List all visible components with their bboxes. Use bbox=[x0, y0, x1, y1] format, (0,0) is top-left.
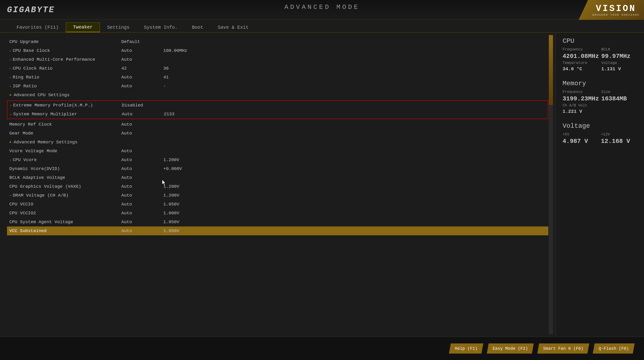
value2-cpu-clock-ratio: 36 bbox=[163, 66, 169, 71]
top-bar: GIGABYTE ADVANCED MODE 02/18/2022 Friday… bbox=[0, 0, 644, 20]
value-xmp: Disabled bbox=[122, 103, 150, 108]
star-icon-2: ✦ bbox=[9, 58, 11, 62]
label-cpu-vcore: ✦CPU Vcore bbox=[9, 157, 121, 163]
row-dynamic-vcore[interactable]: Dynamic Vcore(DVID) Auto +0.000V bbox=[7, 164, 548, 173]
settings-panel: CPU Upgrade Default ✦CPU Base Clock Auto… bbox=[0, 33, 555, 337]
nav-tabs: Favorites (F11) Tweaker Settings System … bbox=[0, 20, 644, 33]
mem-chavolt-label: Ch A/B Volt bbox=[562, 103, 637, 108]
label-cpu-upgrade: CPU Upgrade bbox=[9, 39, 121, 44]
value-cpu-base-clock: Auto bbox=[121, 48, 149, 53]
label-cpu-vccio2: CPU VCCIO2 bbox=[9, 211, 121, 216]
row-cpu-vcore[interactable]: ✦CPU Vcore Auto 1.200V bbox=[7, 156, 548, 164]
cpu-info-section: CPU Frequency BCLK 4201.08MHz 99.97MHz T… bbox=[562, 37, 637, 72]
easy-mode-button[interactable]: Easy Mode (F2) bbox=[487, 343, 534, 354]
cpu-info-grid: Frequency BCLK 4201.08MHz 99.97MHz Tempe… bbox=[562, 47, 637, 72]
value2-dynamic-vcore: +0.000V bbox=[163, 166, 182, 171]
label-xmp: ✦Extreme Memory Profile(X.M.P.) bbox=[10, 103, 122, 108]
value2-cpu-vccio2: 1.000V bbox=[163, 211, 179, 216]
mem-chavolt-value: 1.221 V bbox=[562, 109, 637, 114]
star-icon-9: ✦ bbox=[9, 194, 11, 197]
value-vcore-mode: Auto bbox=[121, 149, 149, 154]
label-igp-ratio: ✦IGP Ratio bbox=[9, 84, 121, 89]
row-dram-voltage[interactable]: ✦DRAM Voltage (CH A/B) Auto 1.200V bbox=[7, 191, 548, 200]
cpu-freq-label: Frequency bbox=[562, 47, 599, 52]
row-ring-ratio[interactable]: ✦Ring Ratio Auto 41 bbox=[7, 73, 548, 82]
scrollbar-track[interactable] bbox=[549, 35, 553, 334]
value2-cpu-base-clock: 100.00MHz bbox=[163, 48, 187, 53]
value2-vcc-substained: 1.050V bbox=[163, 228, 179, 233]
row-bclk-adaptive[interactable]: BCLK Adaptive Voltage Auto bbox=[7, 173, 548, 182]
value2-dram-voltage: 1.200V bbox=[163, 193, 179, 198]
value-cpu-vcore: Auto bbox=[121, 157, 149, 163]
scrollbar-thumb[interactable] bbox=[549, 35, 553, 105]
tab-boot[interactable]: Boot bbox=[185, 23, 210, 32]
row-gear-mode[interactable]: Gear Mode Auto bbox=[7, 129, 548, 138]
value2-cpu-vccio: 1.050V bbox=[163, 202, 179, 207]
label-vcore-mode: Vcore Voltage Mode bbox=[9, 149, 121, 154]
row-cpu-system-agent[interactable]: CPU System Agent Voltage Auto 1.050V bbox=[7, 218, 548, 226]
row-mem-ref-clock[interactable]: Memory Ref Clock Auto bbox=[7, 120, 548, 129]
row-xmp[interactable]: ✦Extreme Memory Profile(X.M.P.) Disabled bbox=[8, 101, 548, 110]
row-enhanced-multicore[interactable]: ✦Enhanced Multi-Core Performance Auto bbox=[7, 55, 548, 64]
v5-value: 4.987 V bbox=[562, 138, 599, 145]
row-vcc-substained[interactable]: VCC Substained Auto 1.050V bbox=[7, 226, 548, 235]
bottom-bar: Help (F1) Easy Mode (F2) Smart Fan 6 (F6… bbox=[0, 337, 644, 360]
tab-favorites[interactable]: Favorites (F11) bbox=[9, 23, 66, 32]
row-cpu-vccio[interactable]: CPU VCCIO Auto 1.050V bbox=[7, 200, 548, 209]
value2-igp-ratio: - bbox=[163, 84, 166, 89]
mode-title: ADVANCED MODE bbox=[284, 4, 360, 11]
main-content: CPU Upgrade Default ✦CPU Base Clock Auto… bbox=[0, 33, 644, 337]
value-cpu-graphics-voltage: Auto bbox=[121, 184, 149, 189]
cpu-temp-label: Temperature bbox=[562, 61, 599, 65]
mem-freq-label: Frequency bbox=[562, 90, 599, 94]
value-igp-ratio: Auto bbox=[121, 84, 149, 89]
star-icon-4: ✦ bbox=[9, 76, 11, 79]
cpu-bclk-value: 99.97MHz bbox=[601, 53, 637, 60]
value-cpu-vccio2: Auto bbox=[121, 211, 149, 216]
row-cpu-graphics-voltage[interactable]: CPU Graphics Voltage (VAXG) Auto 1.200V bbox=[7, 182, 548, 191]
section-label-advanced-memory: Advanced Memory Settings bbox=[14, 140, 78, 145]
section-label-advanced-cpu: Advanced CPU Settings bbox=[14, 93, 69, 98]
vision-subtitle: BROADEN YOUR HORIZONS bbox=[592, 14, 640, 16]
xmp-box: ✦Extreme Memory Profile(X.M.P.) Disabled… bbox=[7, 100, 548, 119]
row-cpu-vccio2[interactable]: CPU VCCIO2 Auto 1.000V bbox=[7, 209, 548, 218]
row-cpu-base-clock[interactable]: ✦CPU Base Clock Auto 100.00MHz bbox=[7, 46, 548, 55]
tab-settings[interactable]: Settings bbox=[100, 23, 137, 32]
value-dynamic-vcore: Auto bbox=[121, 166, 149, 171]
row-vcore-mode[interactable]: Vcore Voltage Mode Auto bbox=[7, 147, 548, 156]
label-mem-ref-clock: Memory Ref Clock bbox=[9, 122, 121, 127]
star-icon-5: ✦ bbox=[9, 85, 11, 88]
row-mem-multiplier[interactable]: ✦System Memory Multiplier Auto 2133 bbox=[8, 110, 548, 119]
value-mem-multiplier: Auto bbox=[122, 112, 150, 117]
row-igp-ratio[interactable]: ✦IGP Ratio Auto - bbox=[7, 82, 548, 91]
cpu-voltage-label: Voltage bbox=[601, 61, 637, 65]
v12-value: 12.168 V bbox=[601, 138, 637, 145]
qflash-button[interactable]: Q-Flash (F8) bbox=[593, 343, 635, 354]
value-mem-ref-clock: Auto bbox=[121, 122, 149, 127]
value-ring-ratio: Auto bbox=[121, 75, 149, 80]
vision-title: VISION bbox=[596, 4, 636, 14]
vision-logo: VISION BROADEN YOUR HORIZONS bbox=[579, 0, 644, 20]
row-cpu-upgrade[interactable]: CPU Upgrade Default bbox=[7, 37, 548, 46]
tab-saveexit[interactable]: Save & Exit bbox=[210, 23, 256, 32]
value-cpu-upgrade: Default bbox=[121, 39, 149, 44]
help-button[interactable]: Help (F1) bbox=[449, 343, 483, 354]
label-gear-mode: Gear Mode bbox=[9, 131, 121, 136]
label-enhanced-multicore: ✦Enhanced Multi-Core Performance bbox=[9, 57, 121, 62]
value2-ring-ratio: 41 bbox=[163, 75, 169, 80]
smart-fan-button[interactable]: Smart Fan 6 (F6) bbox=[537, 343, 590, 354]
bullet-icon-2: ■ bbox=[9, 140, 11, 144]
value-vcc-substained: Auto bbox=[121, 228, 149, 233]
tab-sysinfo[interactable]: System Info. bbox=[137, 23, 185, 32]
cpu-freq-value: 4201.08MHz bbox=[562, 53, 599, 60]
row-cpu-clock-ratio[interactable]: ✦CPU Clock Ratio 42 36 bbox=[7, 64, 548, 73]
voltage-info-grid: +5V +12V 4.987 V 12.168 V bbox=[562, 132, 637, 145]
voltage-info-section: Voltage +5V +12V 4.987 V 12.168 V bbox=[562, 122, 637, 145]
memory-section-title: Memory bbox=[562, 80, 637, 87]
label-dynamic-vcore: Dynamic Vcore(DVID) bbox=[9, 166, 121, 171]
mem-size-value: 16384MB bbox=[601, 95, 637, 102]
value-bclk-adaptive: Auto bbox=[121, 175, 149, 180]
label-ring-ratio: ✦Ring Ratio bbox=[9, 75, 121, 80]
value-enhanced-multicore: Auto bbox=[121, 57, 149, 62]
tab-tweaker[interactable]: Tweaker bbox=[66, 23, 100, 32]
